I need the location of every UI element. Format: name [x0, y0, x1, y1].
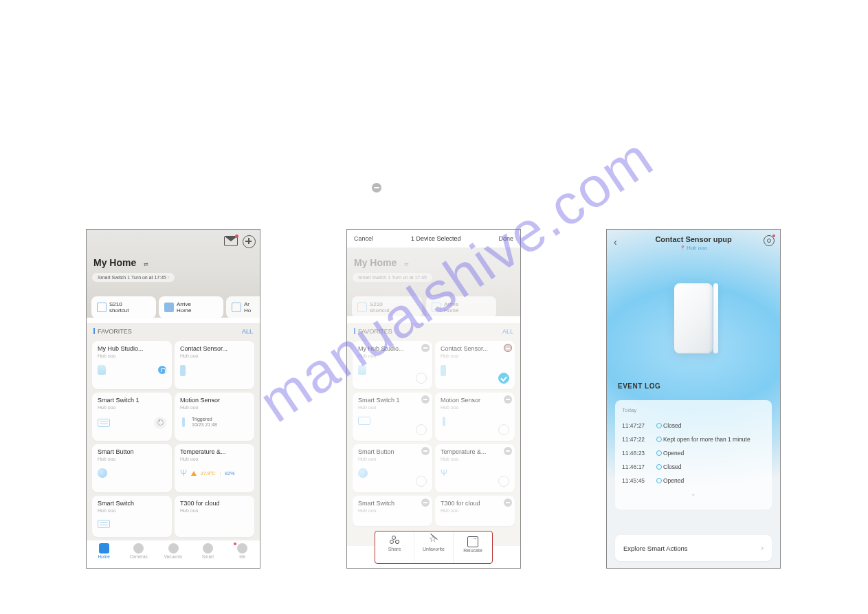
device-card-hub[interactable]: My Hub Studio... Hub ooo — [353, 341, 432, 389]
temperature-value: 27.9°C — [201, 471, 215, 476]
relocate-button[interactable]: Relocate — [454, 531, 492, 563]
notification-pill[interactable]: Smart Switch 1 Turn on at 17:45› — [92, 273, 175, 282]
event-dot-icon — [656, 463, 663, 470]
device-sub: Hub ooo — [358, 457, 427, 461]
shortcut-arrive-home[interactable]: Arrive Home — [159, 296, 223, 318]
selection-checkbox[interactable] — [416, 476, 427, 487]
device-card-smart-button[interactable]: Smart Button Hub ooo — [92, 444, 172, 492]
device-card-smart-switch[interactable]: Smart Switch Hub ooo — [353, 496, 432, 526]
sensor-icon — [180, 365, 186, 376]
home-title[interactable]: My Home — [93, 257, 136, 268]
power-icon[interactable] — [154, 417, 166, 429]
device-location: Hub ooo — [607, 245, 780, 251]
device-title: T300 for cloud — [441, 500, 500, 507]
done-button[interactable]: Done — [498, 235, 513, 242]
device-sub: Hub ooo — [358, 508, 427, 513]
device-sub: Hub ooo — [180, 353, 249, 358]
device-card-t300[interactable]: T300 for cloud Hub ooo — [175, 496, 254, 537]
event-log-card: Today 11:47:27Closed 11:47:22Kept open f… — [615, 400, 772, 509]
device-card-hub[interactable]: My Hub Studio... Hub ooo — [92, 341, 172, 389]
remove-icon[interactable] — [504, 395, 512, 404]
device-card-smart-switch[interactable]: Smart Switch Hub ooo — [92, 496, 172, 537]
tab-cameras[interactable]: Cameras — [121, 540, 155, 568]
sensor-icon — [441, 365, 446, 376]
tab-smart[interactable]: Smart — [190, 540, 225, 568]
swap-home-icon: ⇄ — [404, 261, 409, 267]
motion-status: Triggered 10/23 21:48 — [192, 417, 217, 428]
chevron-right-icon: › — [168, 275, 169, 280]
notification-dot-icon — [235, 234, 238, 238]
device-card-smart-switch-1[interactable]: Smart Switch 1 Hub ooo — [353, 393, 432, 441]
bell-icon[interactable] — [158, 366, 166, 374]
shortcut-label: Arrive Home — [177, 301, 191, 314]
selection-count: 1 Device Selected — [373, 235, 498, 242]
favorites-heading: FAVORITES — [93, 328, 132, 335]
device-title: Temperature &... — [180, 448, 249, 455]
shortcut-icon — [97, 303, 107, 312]
device-card-contact-sensor[interactable]: Contact Sensor... Hub ooo — [175, 341, 254, 389]
shortcut-s210[interactable]: S210 shortcut — [91, 296, 156, 318]
event-dot-icon — [656, 422, 663, 428]
tab-me[interactable]: Me — [225, 540, 260, 568]
device-sub: Hub ooo — [180, 457, 249, 461]
device-title: T300 for cloud — [180, 500, 249, 507]
device-card-temperature[interactable]: Temperature &... Hub ooo Ψ — [435, 444, 515, 492]
device-image — [674, 283, 713, 353]
explore-smart-actions[interactable]: Explore Smart Actions › — [615, 535, 772, 561]
shortcut-label: S210 shortcut — [109, 301, 129, 314]
warning-icon — [191, 471, 197, 476]
device-title: Smart Switch — [358, 500, 417, 507]
device-card-motion-sensor[interactable]: Motion Sensor Hub ooo Triggered 10/23 21… — [175, 393, 254, 441]
device-card-motion-sensor[interactable]: Motion Sensor Hub ooo — [435, 393, 515, 441]
remove-icon[interactable] — [421, 344, 430, 352]
add-icon[interactable] — [243, 235, 256, 248]
shortcut-partial[interactable]: Ar Ho — [226, 296, 260, 318]
selection-checkbox[interactable] — [498, 424, 509, 435]
device-title: Contact Sensor upup — [607, 235, 780, 243]
remove-icon[interactable] — [504, 498, 512, 507]
event-row[interactable]: 11:47:27Closed — [622, 419, 765, 432]
swap-home-icon[interactable]: ⇄ — [144, 261, 148, 267]
device-card-t300[interactable]: T300 for cloud Hub ooo — [435, 496, 515, 526]
device-card-smart-switch-1[interactable]: Smart Switch 1 Hub ooo — [92, 393, 172, 441]
all-tab[interactable]: ALL — [242, 328, 253, 335]
device-title: Smart Switch — [98, 500, 166, 507]
remove-icon[interactable] — [421, 447, 430, 455]
remove-icon-highlighted[interactable] — [504, 344, 512, 352]
selection-checkbox[interactable] — [498, 476, 509, 487]
unfavorite-button[interactable]: Unfavorite — [414, 531, 454, 563]
event-row[interactable]: 11:45:45Opened — [622, 474, 765, 487]
event-row[interactable]: 11:46:17Closed — [622, 460, 765, 474]
explore-label: Explore Smart Actions — [623, 545, 687, 552]
selection-checkbox[interactable] — [416, 373, 427, 384]
event-row[interactable]: 11:46:23Opened — [622, 446, 765, 460]
relocate-icon — [467, 536, 478, 547]
remove-icon[interactable] — [421, 498, 430, 507]
device-sub: Hub ooo — [98, 353, 166, 358]
selection-checkbox[interactable] — [416, 424, 427, 435]
remove-icon[interactable] — [504, 447, 512, 455]
gray-dot-decoration — [372, 183, 381, 193]
shortcut-icon — [164, 303, 174, 312]
tab-bar: Home Cameras Vacuums Smart Me — [87, 540, 260, 568]
motion-icon — [182, 417, 185, 427]
remove-icon[interactable] — [421, 395, 430, 404]
event-log-heading: EVENT LOG — [618, 382, 660, 390]
cancel-button[interactable]: Cancel — [354, 235, 373, 242]
humidity-value: 82% — [225, 471, 234, 476]
device-card-contact-sensor[interactable]: Contact Sensor... Hub ooo — [435, 341, 515, 389]
share-button[interactable]: Share — [375, 531, 414, 563]
switch-icon — [358, 417, 370, 425]
tab-vacuums[interactable]: Vacuums — [156, 540, 190, 568]
device-card-temperature[interactable]: Temperature &... Hub ooo Ψ 27.9°C | 82% — [175, 444, 254, 492]
selection-header: Cancel 1 Device Selected Done — [347, 230, 520, 248]
device-title: Smart Button — [98, 448, 166, 455]
chevron-down-icon[interactable]: ⌄ — [622, 490, 765, 497]
event-row[interactable]: 11:47:22Kept open for more than 1 minute — [622, 432, 765, 446]
tab-home[interactable]: Home — [87, 540, 121, 568]
home-icon — [99, 543, 109, 553]
device-card-smart-button[interactable]: Smart Button Hub ooo — [353, 444, 432, 492]
home-title-dim: My Home — [354, 257, 397, 268]
all-tab[interactable]: ALL — [502, 328, 513, 335]
selection-checkbox-checked[interactable] — [498, 373, 509, 384]
